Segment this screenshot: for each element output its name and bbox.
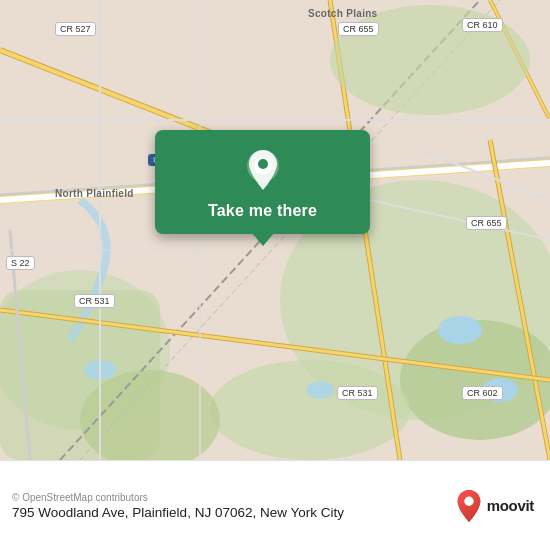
svg-point-5 xyxy=(210,360,410,460)
road-label-cr531-left: CR 531 xyxy=(74,294,115,308)
bottom-bar: © OpenStreetMap contributors 795 Woodlan… xyxy=(0,460,550,550)
popup-card: Take me there xyxy=(155,130,370,234)
road-label-cr527: CR 527 xyxy=(55,22,96,36)
moovit-logo: moovit xyxy=(455,489,534,523)
area-label-north-plainfield: North Plainfield xyxy=(55,188,134,199)
area-label-scotch-plains: Scotch Plains xyxy=(308,8,377,19)
road-label-cr610: CR 610 xyxy=(462,18,503,32)
map-container: CR 527 CR 655 CR 610 US 22 CR 655 S 22 C… xyxy=(0,0,550,550)
road-label-s22: S 22 xyxy=(6,256,35,270)
road-label-cr531-right: CR 531 xyxy=(337,386,378,400)
location-pin-icon xyxy=(241,148,285,192)
moovit-pin-icon xyxy=(455,489,483,523)
road-label-cr655-top: CR 655 xyxy=(338,22,379,36)
map-background: CR 527 CR 655 CR 610 US 22 CR 655 S 22 C… xyxy=(0,0,550,460)
address-label: 795 Woodland Ave, Plainfield, NJ 07062, … xyxy=(12,505,344,520)
osm-attribution: © OpenStreetMap contributors xyxy=(12,492,344,503)
svg-point-38 xyxy=(464,496,473,505)
road-label-cr655-right: CR 655 xyxy=(466,216,507,230)
svg-point-10 xyxy=(306,381,334,399)
bottom-left-content: © OpenStreetMap contributors 795 Woodlan… xyxy=(12,492,344,520)
take-me-there-button[interactable]: Take me there xyxy=(208,202,317,220)
road-label-cr602: CR 602 xyxy=(462,386,503,400)
svg-point-7 xyxy=(438,316,482,344)
svg-point-37 xyxy=(258,159,268,169)
moovit-wordmark: moovit xyxy=(487,497,534,514)
